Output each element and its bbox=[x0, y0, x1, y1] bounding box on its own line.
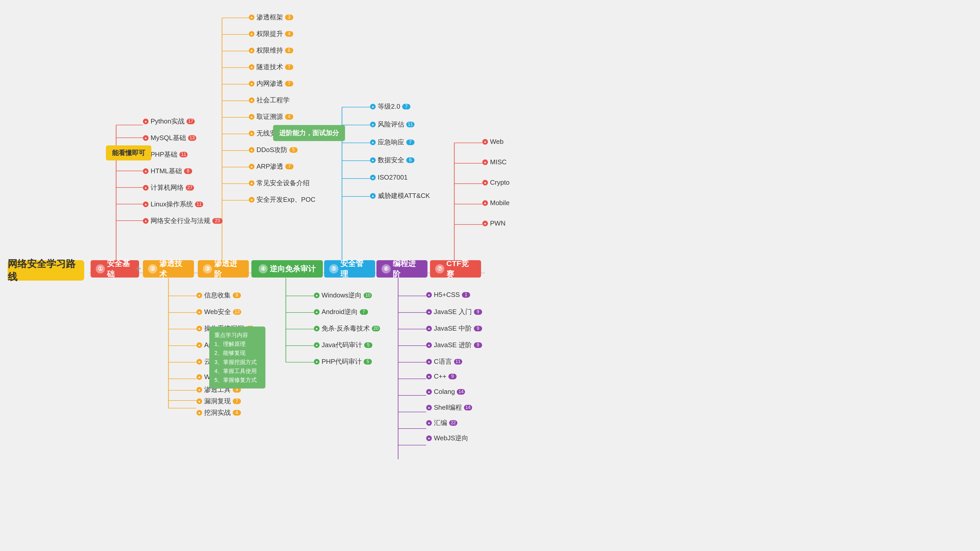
item-label: 数据安全 bbox=[378, 156, 404, 165]
list-item: ● 权限提升 4 bbox=[249, 29, 293, 38]
branch-6-header: ⑥ 编程进阶 bbox=[376, 260, 428, 278]
item-label: PHP代码审计 bbox=[321, 357, 362, 366]
list-item: ● 漏洞复现 7 bbox=[197, 397, 241, 406]
item-label: Web bbox=[490, 138, 504, 146]
item-label: 威胁建模ATT&CK bbox=[378, 191, 430, 200]
branch-4-header: ④ 逆向免杀审计 bbox=[251, 260, 323, 278]
list-item: ● Android逆向 7 bbox=[314, 307, 368, 316]
central-node: 网络安全学习路线 bbox=[8, 260, 84, 281]
list-item: ● Java代码审计 5 bbox=[314, 341, 372, 349]
branch-1-header: ① 安全基础 bbox=[91, 260, 139, 278]
list-item: ● MySQL基础 13 bbox=[143, 133, 196, 142]
list-item: ● JavaSE 中阶 9 bbox=[426, 324, 482, 333]
item-label: Android逆向 bbox=[321, 307, 358, 316]
branch-4-label: 逆向免杀审计 bbox=[270, 264, 316, 274]
list-item: ● C++ 9 bbox=[426, 372, 457, 380]
item-label: Shell编程 bbox=[434, 403, 462, 412]
central-label: 网络安全学习路线 bbox=[8, 257, 84, 283]
list-item: ● WebJS逆向 bbox=[426, 433, 468, 443]
branch-5-label: 安全管理 bbox=[340, 259, 370, 279]
list-item: ● 网络安全行业与法规 23 bbox=[143, 216, 223, 225]
item-label: ARP渗透 bbox=[256, 162, 283, 171]
item-label: H5+CSS bbox=[434, 291, 460, 299]
callout-basic: 能看懂即可 bbox=[106, 145, 151, 160]
list-item: ● 取证溯源 4 bbox=[249, 112, 293, 121]
item-label: 社会工程学 bbox=[256, 96, 290, 105]
item-label: 渗透框架 bbox=[256, 13, 283, 22]
mindmap-container: 网络安全学习路线 ① 安全基础 ● 网络安全行业与法规 23 ● Linux操作… bbox=[0, 0, 980, 551]
list-item: ● 社会工程学 bbox=[249, 96, 290, 105]
list-item: ● Colang 14 bbox=[426, 388, 465, 395]
item-label: 内网渗透 bbox=[256, 79, 283, 88]
item-label: 等级2.0 bbox=[378, 102, 400, 111]
list-item: ● Web bbox=[482, 138, 504, 146]
list-item: ● Shell编程 14 bbox=[426, 403, 472, 412]
item-label: 隧道技术 bbox=[256, 62, 283, 71]
list-item: ● 挖洞实战 4 bbox=[197, 408, 241, 417]
list-item: ● 权限维持 6 bbox=[249, 46, 293, 55]
list-item: ● 计算机网络 27 bbox=[143, 183, 194, 192]
item-label: ISO27001 bbox=[378, 173, 407, 181]
list-item: ● PWN bbox=[482, 219, 506, 227]
item-label: Crypto bbox=[490, 179, 510, 186]
list-item: ● Crypto bbox=[482, 179, 510, 186]
branch-6-num: ⑥ bbox=[382, 264, 391, 273]
list-item: ● Linux操作系统 11 bbox=[143, 200, 203, 209]
list-item: ● 数据安全 6 bbox=[370, 156, 414, 165]
branch-7-label: CTF竞赛 bbox=[446, 259, 476, 279]
list-item: ● 风险评估 11 bbox=[370, 120, 414, 129]
branch-6-label: 编程进阶 bbox=[393, 259, 422, 279]
list-item: ● 应急响应 7 bbox=[370, 138, 414, 147]
list-item: ● HTML基础 8 bbox=[143, 167, 192, 176]
list-item: ● ISO27001 bbox=[370, 173, 407, 181]
branch-5-num: ⑤ bbox=[329, 264, 339, 273]
item-label: Python实战 bbox=[151, 117, 185, 126]
item-label: 取证溯源 bbox=[256, 112, 283, 121]
branch-3-header: ③ 渗透进阶 bbox=[198, 260, 249, 278]
branch-3-num: ③ bbox=[203, 264, 212, 273]
item-label: JavaSE 中阶 bbox=[434, 324, 472, 333]
item-label: DDoS攻防 bbox=[256, 145, 287, 154]
callout-advanced-text: 进阶能力，面试加分 bbox=[279, 129, 339, 137]
item-label: C++ bbox=[434, 372, 446, 380]
item-label: 挖洞实战 bbox=[204, 408, 231, 417]
list-item: ● Mobile bbox=[482, 199, 510, 207]
item-label: MySQL基础 bbox=[151, 133, 186, 142]
item-label: 安全开发Exp、POC bbox=[256, 195, 315, 204]
list-item: ● JavaSE 入门 9 bbox=[426, 307, 482, 316]
item-label: PWN bbox=[490, 219, 506, 227]
item-label: JavaSE 进阶 bbox=[434, 341, 472, 349]
callout-keypoints-text: 重点学习内容 1、理解原理 2、能够复现 3、掌握挖掘方式 4、掌握工具使用 5… bbox=[215, 330, 260, 384]
branch-7-header: ⑦ CTF竞赛 bbox=[430, 260, 481, 278]
branch-3-label: 渗透进阶 bbox=[214, 259, 244, 279]
callout-basic-text: 能看懂即可 bbox=[112, 149, 145, 157]
item-label: Web安全 bbox=[204, 307, 231, 316]
branch-1-label: 安全基础 bbox=[107, 259, 134, 279]
callout-advanced: 进阶能力，面试加分 bbox=[273, 125, 345, 141]
item-label: PHP基础 bbox=[151, 150, 177, 159]
item-label: Colang bbox=[434, 388, 455, 395]
item-label: 计算机网络 bbox=[151, 183, 184, 192]
item-label: Windows逆向 bbox=[321, 291, 362, 300]
callout-keypoints: 重点学习内容 1、理解原理 2、能够复现 3、掌握挖掘方式 4、掌握工具使用 5… bbox=[209, 327, 266, 389]
list-item: ● Web安全 13 bbox=[197, 307, 241, 316]
list-item: ● 威胁建模ATT&CK bbox=[370, 191, 430, 200]
item-label: MISC bbox=[490, 158, 507, 166]
list-item: ● 隧道技术 7 bbox=[249, 62, 293, 71]
item-label: 漏洞复现 bbox=[204, 397, 231, 406]
item-label: 汇编 bbox=[434, 418, 447, 427]
list-item: ● ARP渗透 7 bbox=[249, 162, 293, 171]
list-item: ● 免杀·反杀毒技术 20 bbox=[314, 324, 380, 333]
item-label: 权限维持 bbox=[256, 46, 283, 55]
branch-2-label: 渗透技术 bbox=[159, 259, 189, 279]
list-item: ● PHP代码审计 5 bbox=[314, 357, 372, 366]
item-label: 风险评估 bbox=[378, 120, 404, 129]
branch-2-num: ② bbox=[148, 264, 157, 273]
list-item: ● DDoS攻防 5 bbox=[249, 145, 298, 154]
list-item: ● MISC bbox=[482, 158, 507, 166]
list-item: ● 等级2.0 7 bbox=[370, 102, 410, 111]
item-label: Java代码审计 bbox=[321, 341, 362, 349]
list-item: ● 常见安全设备介绍 bbox=[249, 179, 310, 187]
item-label: HTML基础 bbox=[151, 167, 182, 176]
branch-1-num: ① bbox=[96, 264, 105, 273]
